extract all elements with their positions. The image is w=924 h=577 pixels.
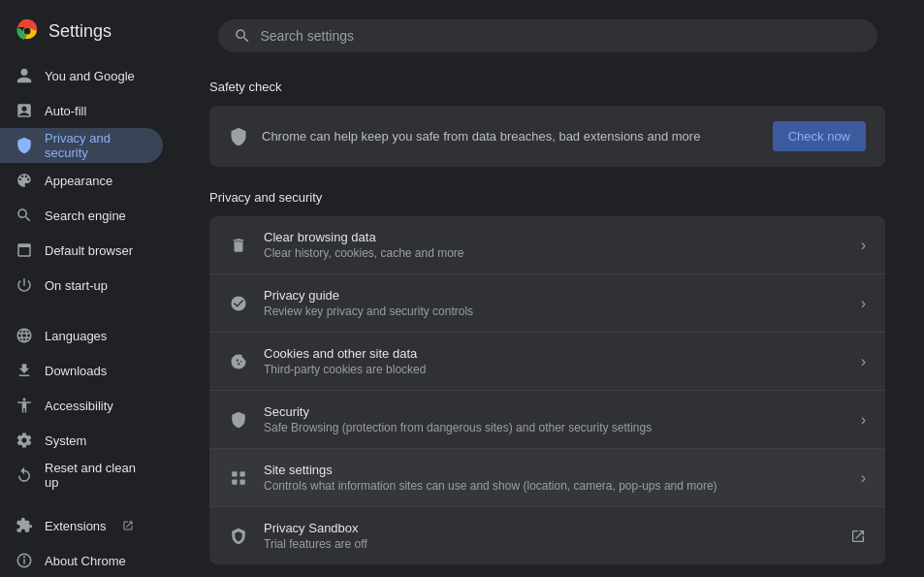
sidebar-item-accessibility[interactable]: Accessibility (0, 388, 163, 423)
privacy-sandbox-icon (229, 527, 248, 546)
arrow-icon-site-settings: › (861, 469, 866, 487)
settings-item-subtitle-cookies: Third-party cookies are blocked (264, 363, 845, 376)
appearance-icon (16, 172, 33, 189)
sidebar-item-label-startup: On start-up (45, 278, 108, 293)
svg-rect-7 (240, 479, 245, 484)
search-input[interactable] (261, 28, 862, 44)
sidebar-item-auto-fill[interactable]: Auto-fill (0, 93, 163, 128)
main-content: Safety check Chrome can help keep you sa… (171, 0, 924, 577)
settings-item-content-clear: Clear browsing data Clear history, cooki… (264, 230, 845, 260)
settings-item-title-sandbox: Privacy Sandbox (264, 521, 835, 535)
svg-rect-5 (240, 471, 245, 476)
system-icon (16, 432, 33, 449)
sidebar-item-label-appearance: Appearance (45, 174, 112, 188)
search-engine-icon (16, 207, 33, 224)
search-bar (218, 19, 877, 52)
sidebar-item-label-languages: Languages (45, 329, 107, 343)
settings-item-content-privacy-guide: Privacy guide Review key privacy and sec… (264, 288, 845, 318)
sidebar-item-label-system: System (45, 433, 86, 448)
settings-item-title-cookies: Cookies and other site data (264, 346, 845, 361)
trash-icon (229, 236, 248, 255)
arrow-icon-privacy-guide: › (861, 295, 866, 312)
privacy-section-title: Privacy and security (209, 190, 885, 205)
sidebar-item-label-privacy: Privacy and security (45, 131, 147, 160)
reset-icon (16, 466, 33, 484)
sidebar: Settings You and Google Auto-fill Privac… (0, 0, 171, 577)
sidebar-item-label-search: Search engine (45, 208, 126, 223)
arrow-icon-cookies: › (861, 353, 866, 370)
search-icon (234, 27, 251, 45)
shield-icon (16, 137, 33, 154)
sidebar-item-label-extensions: Extensions (45, 519, 107, 533)
sidebar-item-system[interactable]: System (0, 423, 163, 458)
settings-item-title-security: Security (264, 404, 845, 419)
settings-item-privacy-guide[interactable]: Privacy guide Review key privacy and sec… (209, 274, 885, 333)
about-icon (16, 552, 33, 569)
extensions-icon (16, 517, 33, 534)
sidebar-item-label-auto-fill: Auto-fill (45, 104, 86, 118)
settings-item-subtitle-security: Safe Browsing (protection from dangerous… (264, 421, 845, 434)
sidebar-item-you-and-google[interactable]: You and Google (0, 58, 163, 93)
external-link-icon-sandbox (850, 529, 866, 544)
sidebar-title-row: Settings (0, 10, 171, 58)
sidebar-item-languages[interactable]: Languages (0, 318, 163, 353)
languages-icon (16, 327, 33, 344)
browser-icon (16, 241, 33, 259)
settings-item-title-privacy-guide: Privacy guide (264, 288, 845, 303)
svg-rect-4 (232, 471, 237, 476)
safety-shield-icon (229, 127, 248, 146)
settings-item-title-site-settings: Site settings (264, 463, 845, 477)
person-icon (16, 67, 33, 84)
external-link-icon (122, 520, 134, 531)
sidebar-item-about-chrome[interactable]: About Chrome (0, 543, 163, 577)
sidebar-item-appearance[interactable]: Appearance (0, 163, 163, 198)
safety-check-description: Chrome can help keep you safe from data … (262, 129, 759, 144)
autofill-icon (16, 102, 33, 119)
settings-item-content-site-settings: Site settings Controls what information … (264, 463, 845, 493)
safety-check-title: Safety check (209, 80, 885, 94)
settings-item-privacy-sandbox[interactable]: Privacy Sandbox Trial features are off (209, 507, 885, 564)
downloads-icon (16, 362, 33, 379)
chrome-logo-icon (16, 19, 39, 43)
security-icon (229, 410, 248, 430)
settings-item-subtitle-site-settings: Controls what information sites can use … (264, 479, 845, 493)
settings-item-content-sandbox: Privacy Sandbox Trial features are off (264, 521, 835, 551)
sidebar-item-default-browser[interactable]: Default browser (0, 233, 163, 268)
settings-item-clear-browsing-data[interactable]: Clear browsing data Clear history, cooki… (209, 216, 885, 274)
search-input-wrapper[interactable] (218, 19, 877, 52)
sidebar-item-label-about: About Chrome (45, 554, 126, 568)
sidebar-item-privacy-and-security[interactable]: Privacy and security (0, 128, 163, 163)
settings-item-security[interactable]: Security Safe Browsing (protection from … (209, 391, 885, 449)
safety-check-card: Chrome can help keep you safe from data … (209, 106, 885, 167)
settings-item-subtitle-privacy-guide: Review key privacy and security controls (264, 305, 845, 318)
settings-item-title-clear: Clear browsing data (264, 230, 845, 244)
sidebar-item-label-you-and-google: You and Google (45, 69, 135, 83)
sidebar-item-label-reset: Reset and clean up (45, 461, 147, 490)
privacy-guide-icon (229, 294, 248, 313)
arrow-icon-security: › (861, 411, 866, 429)
arrow-icon-clear: › (861, 237, 866, 254)
sidebar-item-label-downloads: Downloads (45, 364, 107, 378)
sidebar-item-reset[interactable]: Reset and clean up (0, 458, 163, 493)
safety-check-section: Safety check Chrome can help keep you sa… (209, 80, 885, 167)
privacy-section: Privacy and security Clear browsing data… (209, 190, 885, 564)
sidebar-item-label-accessibility: Accessibility (45, 399, 113, 413)
sidebar-item-on-start-up[interactable]: On start-up (0, 268, 163, 303)
sidebar-item-extensions[interactable]: Extensions (0, 508, 163, 543)
svg-point-1 (24, 28, 31, 35)
settings-item-content-cookies: Cookies and other site data Third-party … (264, 346, 845, 376)
sidebar-item-label-browser: Default browser (45, 243, 133, 258)
settings-item-subtitle-sandbox: Trial features are off (264, 537, 835, 551)
check-now-button[interactable]: Check now (773, 121, 866, 151)
settings-item-content-security: Security Safe Browsing (protection from … (264, 404, 845, 434)
sidebar-item-search-engine[interactable]: Search engine (0, 198, 163, 233)
svg-point-3 (23, 556, 25, 558)
settings-item-cookies[interactable]: Cookies and other site data Third-party … (209, 333, 885, 391)
settings-list: Clear browsing data Clear history, cooki… (209, 216, 885, 564)
settings-title: Settings (48, 21, 112, 42)
settings-item-site-settings[interactable]: Site settings Controls what information … (209, 449, 885, 507)
settings-item-subtitle-clear: Clear history, cookies, cache and more (264, 246, 845, 260)
sidebar-item-downloads[interactable]: Downloads (0, 353, 163, 388)
accessibility-icon (16, 397, 33, 414)
cookies-icon (229, 352, 248, 371)
